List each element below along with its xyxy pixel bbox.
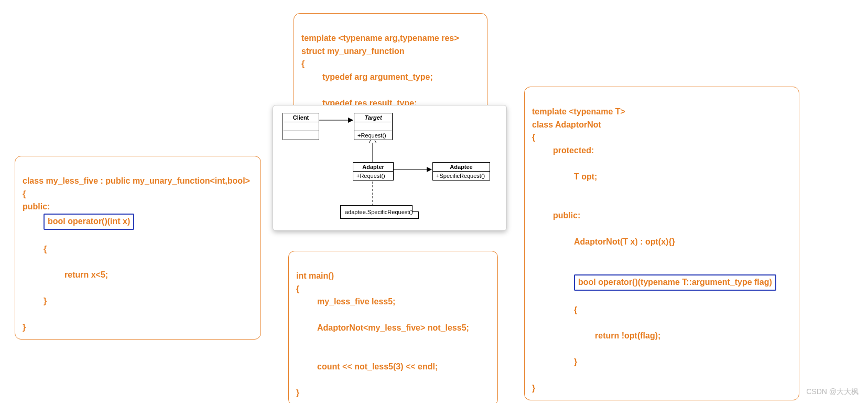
code-line: return x<5; [23, 269, 253, 282]
code-line: { [23, 243, 253, 256]
code-line: my_less_five less5; [296, 295, 490, 309]
code-box-main: int main() { my_less_five less5; Adaptor… [288, 251, 498, 403]
code-line: AdaptorNot(T x) : opt(x){} [532, 236, 791, 249]
code-line: public: [532, 209, 791, 222]
code-highlight-wrap: bool operator()(int x) [23, 214, 253, 230]
uml-title: Adapter [353, 163, 393, 172]
note-fold-icon [412, 205, 419, 212]
uml-diagram-card: Client Target +Request() Adapter +Reques… [273, 105, 507, 231]
code-line: public: [23, 202, 50, 211]
code-line: T opt; [532, 171, 791, 184]
code-line: { [532, 304, 791, 317]
uml-note: adaptee.SpecificRequest() [340, 205, 419, 219]
code-line: typedef arg argument_type; [301, 71, 480, 84]
uml-title: Adaptee [433, 163, 490, 172]
code-box-my-less-five: class my_less_five : public my_unary_fun… [15, 156, 261, 340]
code-line: count << not_less5(3) << endl; [296, 360, 490, 374]
code-line: template <typename arg,typename res> [301, 34, 459, 43]
code-line [532, 263, 534, 272]
code-line: return !opt(flag); [532, 330, 791, 343]
code-line: } [532, 384, 535, 393]
highlighted-operator-right: bool operator()(typename T::argument_typ… [574, 274, 776, 291]
uml-method: +Request() [354, 131, 392, 140]
uml-class-target: Target +Request() [354, 113, 393, 140]
code-line: } [532, 356, 791, 369]
code-line: } [23, 295, 253, 308]
code-line: } [296, 388, 299, 397]
code-line [296, 349, 298, 358]
code-highlight-wrap: bool operator()(typename T::argument_typ… [532, 274, 791, 291]
uml-class-adapter: Adapter +Request() [353, 162, 394, 181]
uml-method: +SpecificRequest() [433, 172, 490, 180]
code-line: } [23, 323, 26, 332]
uml-title: Target [354, 113, 392, 122]
code-line: class my_less_five : public my_unary_fun… [23, 176, 250, 185]
code-line: { [296, 284, 299, 293]
code-line: { [23, 189, 26, 198]
code-line: struct my_unary_function [301, 47, 404, 56]
code-line: { [532, 133, 535, 142]
code-line [532, 198, 534, 207]
uml-note-text: adaptee.SpecificRequest() [345, 209, 413, 215]
code-line: int main() [296, 271, 334, 280]
uml-class-client: Client [283, 113, 319, 140]
code-line: protected: [532, 144, 791, 157]
code-line: class AdaptorNot [532, 120, 601, 129]
highlighted-operator-left: bool operator()(int x) [44, 214, 134, 230]
uml-title: Client [283, 113, 319, 122]
code-line: { [301, 59, 305, 68]
uml-method: +Request() [353, 172, 393, 180]
code-line: template <typename T> [532, 107, 625, 116]
code-line: AdaptorNot<my_less_five> not_less5; [296, 322, 490, 335]
watermark: CSDN @大大枫 [806, 387, 859, 397]
code-box-adaptor-not: template <typename T> class AdaptorNot {… [524, 87, 799, 400]
uml-class-adaptee: Adaptee +SpecificRequest() [432, 162, 490, 181]
